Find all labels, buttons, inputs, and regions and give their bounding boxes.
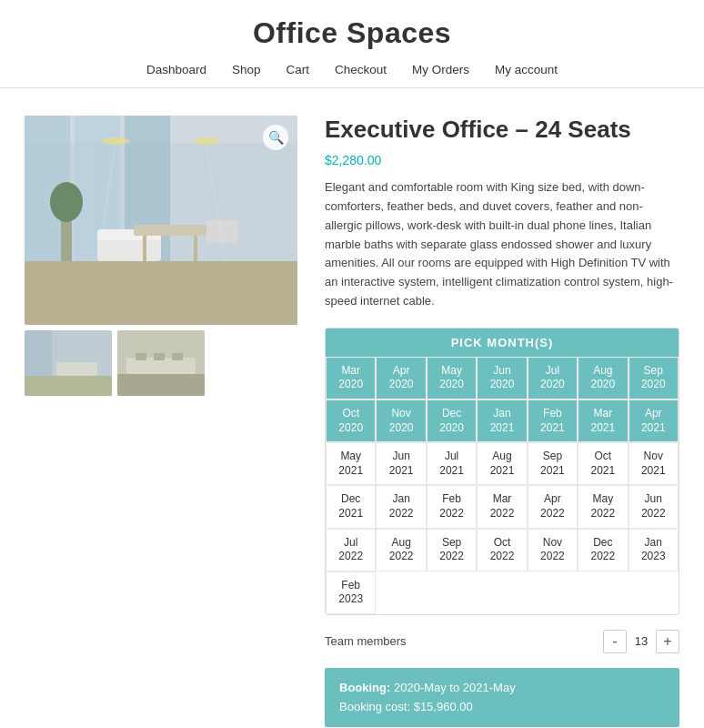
svg-rect-11 [206,220,238,243]
month-cell[interactable]: Mar 2022 [477,485,527,528]
month-cell[interactable]: Aug 2021 [477,442,527,485]
svg-rect-23 [117,374,205,396]
main-product-image: 🔍 [25,116,297,325]
month-cell[interactable]: Dec 2021 [326,485,376,528]
month-cell[interactable]: Oct 2021 [578,442,628,485]
nav-item-my-orders[interactable]: My Orders [412,63,469,76]
increment-button[interactable]: + [656,630,679,653]
month-cell[interactable]: Aug 2022 [376,529,426,571]
nav-item-checkout[interactable]: Checkout [335,63,387,76]
month-cell[interactable]: Jun 2020 [477,357,527,399]
booking-info: Booking: 2020-May to 2021-May Booking co… [325,668,679,728]
booking-range: Booking: 2020-May to 2021-May [339,679,665,698]
month-cell[interactable]: May 2021 [326,442,376,485]
month-cell[interactable]: Feb 2022 [427,485,477,528]
svg-rect-10 [194,236,197,261]
product-price: $2,280.00 [325,153,679,167]
team-members-label: Team members [325,634,407,648]
month-cell[interactable]: Nov 2022 [528,529,578,571]
month-cell[interactable]: May 2020 [427,357,477,399]
month-cell[interactable]: Jan 2021 [477,399,527,442]
site-header: Office Spaces DashboardShopCartCheckoutM… [0,0,704,88]
month-cell[interactable]: Jul 2020 [528,357,578,399]
month-cell[interactable]: Oct 2020 [326,399,376,442]
month-cell[interactable]: Mar 2020 [326,357,376,399]
main-nav: DashboardShopCartCheckoutMy OrdersMy acc… [0,63,704,87]
month-cell[interactable]: Jul 2021 [427,442,477,485]
svg-rect-26 [154,353,165,360]
month-picker: PICK MONTH(S) Mar 2020Apr 2020May 2020Ju… [325,328,679,615]
thumbnail-2[interactable] [117,330,205,396]
svg-rect-21 [56,362,97,376]
svg-point-13 [50,182,83,222]
team-members-stepper: - 13 + [603,630,679,653]
month-cell[interactable]: Oct 2022 [477,529,527,571]
svg-rect-8 [134,225,206,236]
site-title: Office Spaces [0,16,704,50]
team-members-row: Team members - 13 + [325,630,679,653]
svg-rect-27 [172,353,183,360]
thumbnail-row [25,330,297,396]
month-cell[interactable]: May 2022 [578,485,628,528]
zoom-icon[interactable]: 🔍 [263,125,288,150]
product-description: Elegant and comfortable room with King s… [325,178,679,311]
product-details: Executive Office – 24 Seats $2,280.00 El… [325,116,679,728]
month-cell[interactable]: Sep 2021 [528,442,578,485]
main-content: 🔍 [6,116,698,728]
month-cell[interactable]: Jan 2022 [376,485,426,528]
svg-rect-9 [143,236,146,261]
months-grid: Mar 2020Apr 2020May 2020Jun 2020Jul 2020… [326,357,679,614]
team-members-value: 13 [632,634,650,648]
month-cell[interactable]: Feb 2021 [528,399,578,442]
product-title: Executive Office – 24 Seats [325,116,679,144]
month-cell[interactable]: Sep 2020 [629,357,679,399]
month-cell[interactable]: Mar 2021 [578,399,628,442]
month-cell[interactable]: Apr 2021 [629,399,679,442]
month-cell[interactable]: Apr 2022 [528,485,578,528]
month-cell[interactable]: Nov 2020 [376,399,426,442]
nav-item-cart[interactable]: Cart [286,63,309,76]
month-cell[interactable]: Sep 2022 [427,529,477,571]
svg-rect-25 [136,353,146,360]
booking-range-value: 2020-May to 2021-May [394,681,516,694]
month-picker-header: PICK MONTH(S) [326,329,679,357]
decrement-button[interactable]: - [603,630,627,653]
booking-cost: Booking cost: $15,960.00 [339,698,665,717]
month-cell[interactable]: Jan 2023 [629,529,679,571]
nav-item-dashboard[interactable]: Dashboard [146,63,206,76]
month-cell[interactable]: Nov 2021 [629,442,679,485]
svg-rect-1 [25,261,297,325]
month-cell[interactable]: Apr 2020 [376,357,426,399]
month-cell[interactable]: Feb 2023 [326,571,376,614]
month-cell[interactable]: Jul 2022 [326,529,376,571]
thumbnail-1[interactable] [25,330,112,396]
month-cell[interactable]: Jun 2021 [376,442,426,485]
booking-prefix: Booking: [339,681,390,694]
month-cell[interactable]: Jun 2022 [629,485,679,528]
month-cell[interactable]: Dec 2022 [578,529,628,571]
svg-point-14 [102,137,129,145]
nav-item-my-account[interactable]: My account [495,63,558,76]
product-images: 🔍 [25,116,297,728]
month-cell[interactable]: Aug 2020 [578,357,628,399]
month-cell[interactable]: Dec 2020 [427,399,477,442]
svg-rect-20 [25,376,112,396]
nav-item-shop[interactable]: Shop [232,63,261,76]
svg-point-15 [193,137,220,145]
